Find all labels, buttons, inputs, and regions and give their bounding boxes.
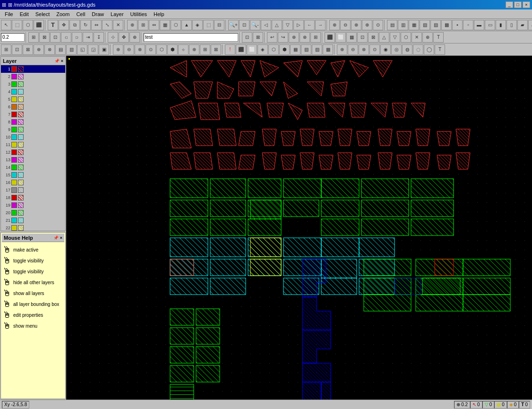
edit-btn3[interactable]: ⊕ bbox=[289, 32, 299, 43]
tool-c6[interactable]: ▩ bbox=[441, 20, 452, 30]
tb3-26[interactable]: ⬢ bbox=[279, 44, 290, 55]
menu-file[interactable]: File bbox=[2, 10, 16, 18]
tool-c8[interactable]: ▫ bbox=[463, 20, 473, 30]
layer-row-10[interactable]: 10 bbox=[1, 133, 65, 141]
layer-row-22[interactable]: 22 bbox=[1, 224, 65, 231]
tool-z5[interactable]: ⊙ bbox=[373, 20, 383, 30]
tool-b2[interactable]: ⬡ bbox=[171, 20, 181, 30]
layer-row-1[interactable]: 1 bbox=[1, 65, 65, 73]
tb3-38[interactable]: ◌ bbox=[413, 44, 423, 55]
tb3-14[interactable]: ⊙ bbox=[146, 44, 156, 55]
tool-pan-right[interactable]: ▷ bbox=[293, 20, 304, 30]
layer-row-13[interactable]: 13 bbox=[1, 156, 65, 164]
menu-cell[interactable]: Cell bbox=[73, 10, 88, 18]
layer-row-11[interactable]: 11 bbox=[1, 141, 65, 148]
tb3-13[interactable]: ⊗ bbox=[135, 44, 145, 55]
tool-mirror[interactable]: ⇔ bbox=[91, 20, 102, 30]
extra-btn7[interactable]: ▽ bbox=[390, 32, 400, 43]
tb3-19[interactable]: ⊞ bbox=[200, 44, 210, 55]
tool-text[interactable]: T bbox=[48, 20, 58, 30]
tool-zoom-out[interactable]: 🔍- bbox=[250, 20, 260, 30]
menu-utilities[interactable]: Utilities bbox=[128, 10, 150, 18]
grid-btn3[interactable]: ⊡ bbox=[50, 32, 60, 43]
grid-btn2[interactable]: ⊠ bbox=[39, 32, 50, 43]
cell-btn1[interactable]: ⊡ bbox=[242, 32, 252, 43]
snap-btn3[interactable]: ⊕ bbox=[129, 32, 140, 43]
tb3-36[interactable]: ◎ bbox=[391, 44, 402, 55]
tool-b1[interactable]: ▦ bbox=[160, 20, 170, 30]
tool-c1[interactable]: ▤ bbox=[387, 20, 397, 30]
tool-c12[interactable]: ▯ bbox=[506, 20, 517, 30]
tool-c2[interactable]: ▥ bbox=[398, 20, 408, 30]
tool-resize[interactable]: ⤡ bbox=[102, 20, 112, 30]
layer-row-2[interactable]: 2 bbox=[1, 73, 65, 80]
tb3-33[interactable]: ⊗ bbox=[359, 44, 369, 55]
tool-b3[interactable]: ▲ bbox=[181, 20, 192, 30]
cell-btn2[interactable]: ⊠ bbox=[253, 32, 263, 43]
tool-grid[interactable]: ⊞ bbox=[138, 20, 148, 30]
tb3-28[interactable]: ▧ bbox=[301, 44, 311, 55]
edit-btn2[interactable]: ↪ bbox=[278, 32, 288, 43]
tb3-40[interactable]: T bbox=[435, 44, 445, 55]
tool-z2[interactable]: ⊖ bbox=[340, 20, 351, 30]
tb3-39[interactable]: ◯ bbox=[424, 44, 434, 55]
layer-row-12[interactable]: 12 bbox=[1, 148, 65, 156]
gds-canvas[interactable] bbox=[66, 56, 532, 400]
extra-btn4[interactable]: ⊡ bbox=[357, 32, 368, 43]
tb3-35[interactable]: ◉ bbox=[380, 44, 391, 55]
tool-z3[interactable]: ⊗ bbox=[351, 20, 361, 30]
tb3-22[interactable]: ⬛ bbox=[236, 44, 246, 55]
extra-btn5[interactable]: ⊠ bbox=[368, 32, 378, 43]
layer-panel-pin[interactable]: 📌 × bbox=[54, 59, 63, 63]
tool-c11[interactable]: ▮ bbox=[496, 20, 506, 30]
tb3-5[interactable]: ⊗ bbox=[44, 44, 55, 55]
tb3-2[interactable]: ⊡ bbox=[12, 44, 22, 55]
tb3-1[interactable]: ⊞ bbox=[1, 44, 11, 55]
extra-btn11[interactable]: T bbox=[433, 32, 444, 43]
edit-btn4[interactable]: ⊗ bbox=[300, 32, 310, 43]
tb3-24[interactable]: ◈ bbox=[257, 44, 268, 55]
tool-c5[interactable]: ▨ bbox=[430, 20, 441, 30]
layer-row-8[interactable]: 8 bbox=[1, 118, 65, 126]
grid-btn7[interactable]: ↧ bbox=[94, 32, 104, 43]
layer-row-17[interactable]: 17 bbox=[1, 186, 65, 194]
tool-arrow[interactable]: ↖ bbox=[1, 20, 11, 30]
tb3-9[interactable]: ◲ bbox=[88, 44, 98, 55]
extra-btn9[interactable]: ✕ bbox=[412, 32, 422, 43]
tb3-30[interactable]: ▩ bbox=[323, 44, 333, 55]
menu-zoom[interactable]: Zoom bbox=[53, 10, 72, 18]
mouse-help-pin[interactable]: 📌 × bbox=[53, 235, 62, 240]
tool-b5[interactable]: ⬚ bbox=[203, 20, 214, 30]
grid-btn4[interactable]: ⟤ bbox=[61, 32, 71, 43]
tb3-37[interactable]: ◍ bbox=[402, 44, 412, 55]
layer-row-16[interactable]: 16 bbox=[1, 179, 65, 186]
tb3-6[interactable]: ▤ bbox=[55, 44, 66, 55]
layer-row-6[interactable]: 6 bbox=[1, 103, 65, 111]
menu-draw[interactable]: Draw bbox=[89, 10, 107, 18]
layer-row-3[interactable]: 3 bbox=[1, 80, 65, 88]
layer-row-7[interactable]: 7 bbox=[1, 111, 65, 118]
tool-delete[interactable]: ✕ bbox=[113, 20, 123, 30]
tool-back[interactable]: ← bbox=[304, 20, 315, 30]
tb3-10[interactable]: ▣ bbox=[99, 44, 109, 55]
menu-select[interactable]: Select bbox=[33, 10, 53, 18]
extra-btn2[interactable]: ⬜ bbox=[335, 32, 346, 43]
tb3-8[interactable]: ◱ bbox=[77, 44, 87, 55]
layer-row-19[interactable]: 19 bbox=[1, 201, 65, 209]
tool-pan-left[interactable]: ◁ bbox=[261, 20, 271, 30]
layer-row-21[interactable]: 21 bbox=[1, 217, 65, 224]
tool-b6[interactable]: ⊟ bbox=[214, 20, 224, 30]
tool-select-poly[interactable]: ⬡ bbox=[23, 20, 33, 30]
tool-c9[interactable]: ▬ bbox=[474, 20, 484, 30]
layer-row-20[interactable]: 20 bbox=[1, 209, 65, 217]
tb3-3[interactable]: ⊠ bbox=[23, 44, 33, 55]
tool-forward[interactable]: → bbox=[315, 20, 326, 30]
edit-btn5[interactable]: ⊞ bbox=[310, 32, 321, 43]
tool-c7[interactable]: ▪ bbox=[452, 20, 463, 30]
tb3-20[interactable]: ⊠ bbox=[211, 44, 221, 55]
tool-select-rect[interactable]: ⬚ bbox=[12, 20, 22, 30]
tool-c3[interactable]: ▦ bbox=[409, 20, 419, 30]
layer-row-15[interactable]: 15 bbox=[1, 171, 65, 179]
tb3-12[interactable]: ⊖ bbox=[124, 44, 134, 55]
tb3-29[interactable]: ▨ bbox=[312, 44, 322, 55]
